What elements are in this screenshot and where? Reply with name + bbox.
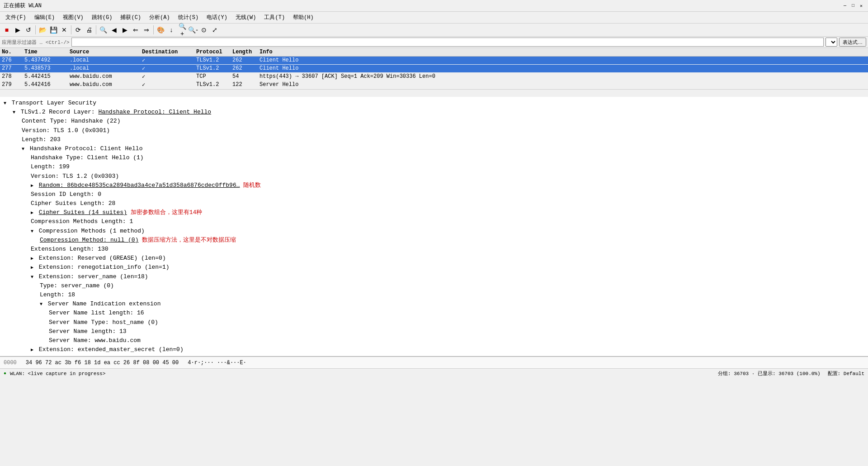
expand-icon: ▶ (31, 256, 33, 261)
detail-text: Transport Layer Security (12, 100, 96, 106)
menu-phone[interactable]: 电话(Y) (203, 13, 231, 22)
table-row[interactable]: 277 5.438573 .local ✓ TLSv1.2 262 Client… (0, 65, 868, 73)
prev-button[interactable]: ◀ (109, 25, 119, 35)
status-bar: ● WLAN: <live capture in progress> 分组: 3… (0, 368, 868, 378)
cipher-suites-link[interactable]: Cipher Suites (14 suites) (39, 209, 127, 216)
status-left: ● WLAN: <live capture in progress> (4, 371, 105, 376)
detail-text: Compression Methods (1 method) (39, 228, 145, 234)
restart-button[interactable]: ↺ (24, 25, 33, 35)
nav-fwd-button[interactable]: ⇒ (142, 25, 151, 35)
start-capture-button[interactable]: ▶ (13, 25, 23, 35)
reload-button[interactable]: ⟳ (73, 25, 83, 35)
expand-button[interactable]: ⤢ (210, 25, 220, 35)
detail-line[interactable]: ▼ Handshake Protocol: Client Hello (4, 144, 864, 153)
detail-text: Compression Methods Length: 1 (31, 218, 133, 225)
profile: 配置: Default (828, 370, 864, 377)
table-row[interactable]: 278 5.442415 www.baidu.com ✓ TCP 54 http… (0, 73, 868, 81)
detail-line[interactable]: ▶ Extension: extended_master_secret (len… (4, 345, 864, 354)
detail-line: Length: 203 (4, 135, 864, 144)
zoom-out-button[interactable]: 🔍- (188, 25, 198, 35)
zoom-in-button[interactable]: 🔍+ (177, 25, 187, 35)
packet-len: 54 (231, 73, 258, 80)
open-button[interactable]: 📂 (38, 25, 47, 35)
expand-icon: ▶ (31, 183, 33, 188)
detail-text: Extension: server_name (len=18) (39, 273, 148, 280)
menu-view[interactable]: 视图(V) (59, 13, 87, 22)
menu-tools[interactable]: 工具(T) (260, 13, 288, 22)
detail-line[interactable]: ▶ Extension: renegotiation_info (len=1) (4, 263, 864, 272)
menu-analyze[interactable]: 分析(A) (146, 13, 174, 22)
detail-line[interactable]: Compression Method: null (0) 数据压缩方法，这里是不… (4, 236, 864, 245)
colorize-button[interactable]: 🎨 (156, 25, 165, 35)
collapse-icon: ▼ (40, 302, 42, 307)
close-file-button[interactable]: ✕ (59, 25, 69, 35)
collapse-icon: ▼ (4, 101, 6, 106)
detail-line[interactable]: ▼ Server Name Indication extension (4, 300, 864, 309)
menu-capture[interactable]: 捕获(C) (117, 13, 145, 22)
maximize-button[interactable]: □ (850, 3, 856, 9)
detail-line[interactable]: ▼ Extension: server_name (len=18) (4, 272, 864, 281)
collapse-icon: ▼ (13, 110, 15, 115)
menu-wireless[interactable]: 无线(W) (232, 13, 260, 22)
packet-no: 276 (0, 57, 23, 64)
stop-capture-button[interactable]: ■ (2, 25, 12, 35)
menu-help[interactable]: 帮助(H) (289, 13, 317, 22)
packet-count: 分组: 36703 · 已显示: 36703 (100.0%) (718, 370, 821, 377)
menu-goto[interactable]: 跳转(G) (88, 13, 116, 22)
detail-text: Length: 203 (22, 136, 61, 143)
table-row[interactable]: 279 5.442416 www.baidu.com ✓ TLSv1.2 122… (0, 81, 868, 89)
minimize-button[interactable]: — (842, 3, 848, 9)
find-button[interactable]: 🔍 (98, 25, 108, 35)
detail-line[interactable]: ▼ Compression Methods (1 method) (4, 227, 864, 236)
header-proto: Protocol (194, 49, 231, 55)
random-link[interactable]: Random: 86bdce48535ca2894bad3a4ce7a51d35… (39, 182, 240, 189)
packet-time: 5.437492 (23, 57, 68, 64)
detail-line[interactable]: ▶ Extension: Reserved (GREASE) (len=0) (4, 254, 864, 263)
expand-icon: ▶ (31, 210, 33, 215)
menu-stats[interactable]: 统计(S) (175, 13, 203, 22)
detail-line: Cipher Suites Length: 28 (4, 199, 864, 208)
hex-ascii: 4·r·;··· ···&···E· (188, 360, 246, 366)
autoscroll-button[interactable]: ↓ (166, 25, 176, 35)
hex-pane: 0000 34 96 72 ac 3b f6 18 1d ea cc 26 8f… (0, 357, 868, 368)
compression-method-link[interactable]: Compression Method: null (0) (40, 237, 138, 243)
nav-back-button[interactable]: ⇐ (131, 25, 141, 35)
window-title: 正在捕获 WLAN (4, 2, 42, 10)
packet-dest: ✓ (140, 81, 194, 88)
menu-edit[interactable]: 编辑(E) (31, 13, 59, 22)
toolbar-separator-2 (71, 25, 71, 34)
table-row[interactable]: 276 5.437492 .local ✓ TLSv1.2 262 Client… (0, 57, 868, 65)
packet-list-header: No. Time Source Destination Protocol Len… (0, 48, 868, 57)
packet-area: No. Time Source Destination Protocol Len… (0, 48, 868, 97)
menu-file[interactable]: 文件(F) (2, 13, 30, 22)
toolbar-separator-1 (35, 25, 36, 34)
hex-offset: 0000 (4, 360, 17, 366)
detail-line: Server Name: www.baidu.com (4, 336, 864, 345)
detail-line[interactable]: ▶ Cipher Suites (14 suites) 加密参数组合，这里有14… (4, 208, 864, 217)
header-len: Length (231, 49, 258, 55)
detail-text: Handshake Type: Client Hello (1) (31, 154, 144, 161)
packet-len: 122 (231, 81, 258, 88)
packet-list-scrollbar[interactable] (0, 89, 868, 95)
close-button[interactable]: ✕ (858, 3, 864, 9)
collapse-icon: ▼ (22, 147, 24, 152)
filter-dropdown[interactable] (826, 38, 837, 47)
packet-time: 5.442416 (23, 81, 68, 88)
toolbar-separator-4 (153, 25, 154, 34)
handshake-link[interactable]: Handshake Protocol: Client Hello (98, 109, 211, 115)
detail-line: Extensions Length: 130 (4, 245, 864, 254)
expand-icon: ▶ (31, 265, 33, 270)
detail-line[interactable]: ▼ TLSv1.2 Record Layer: Handshake Protoc… (4, 108, 864, 117)
detail-text: Server Name length: 13 (49, 328, 127, 335)
expression-button[interactable]: 表达式… (839, 38, 866, 47)
detail-line[interactable]: ▼ Transport Layer Security (4, 99, 864, 108)
filter-input[interactable] (71, 38, 824, 47)
print-button[interactable]: 🖨 (84, 25, 94, 35)
save-button[interactable]: 💾 (48, 25, 58, 35)
packet-source: www.baidu.com (68, 81, 140, 88)
detail-text: Version: TLS 1.2 (0x0303) (31, 173, 119, 180)
menu-bar: 文件(F) 编辑(E) 视图(V) 跳转(G) 捕获(C) 分析(A) 统计(S… (0, 12, 868, 24)
next-button[interactable]: ▶ (120, 25, 130, 35)
detail-line[interactable]: ▶ Random: 86bdce48535ca2894bad3a4ce7a51d… (4, 181, 864, 190)
zoom-reset-button[interactable]: ⊙ (199, 25, 209, 35)
